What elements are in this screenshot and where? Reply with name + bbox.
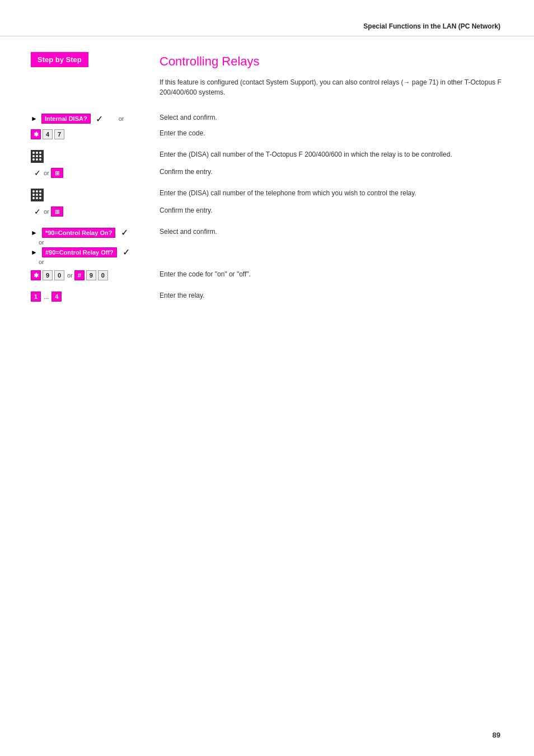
intro-text: If this feature is configured (contact S… [160,77,503,97]
instr-text-9: Enter the relay. [160,290,204,300]
or-text-5: or [39,259,44,265]
instr-enter-code2: Enter the code for "on" or "off". [160,267,503,283]
instr-text-7: Select and confirm. [160,227,217,237]
step-row-keypad2 [31,186,148,204]
arrow-icon-1: ► [31,115,38,123]
relay-off-label: #90=Control Relay Off? [42,247,117,257]
confirm-btn-1: ⊞ [51,168,63,178]
instr-select-confirm2: Select and confirm. [160,225,503,267]
or-text-3: or [44,208,49,215]
main-layout: Step by Step Controlling Relays If this … [0,48,534,304]
instr-disa-callnum2: Enter the (DISA) call number of the tele… [160,186,503,204]
relay-on-label: *90=Control Relay On? [42,228,116,238]
spacer-3 [31,219,503,225]
step-row-keypad1 [31,148,148,165]
key-hash: # [74,270,85,280]
instr-select-confirm: Select and confirm. [160,111,503,126]
or-text-6: or [67,272,73,279]
instr-text-3: Enter the (DISA) call number of the T-Oc… [160,149,452,159]
internal-disa-label: Internal DISA? [41,114,91,124]
key-9b: 9 [86,270,96,280]
key-9a: 9 [43,270,53,280]
or-text-1: or [119,115,124,122]
spacer-2 [31,181,503,186]
check-icon-1: ✓ [96,114,103,124]
key-1: 1 [31,292,41,302]
step-row-code-keys: ✱ 9 0 or # 9 0 [31,267,148,283]
page-number: 89 [493,731,500,739]
instr-text-2: Enter the code. [160,128,205,138]
section-title-cell: Controlling Relays If this feature is co… [160,48,503,111]
header-title: Special Functions in the LAN (PC Network… [363,22,500,30]
instr-enter-relay: Enter the relay. [160,289,503,304]
step-by-step-label: Step by Step [31,52,88,67]
step-box-cell: Step by Step [31,48,148,111]
instr-text-8: Enter the code for "on" or "off". [160,269,251,279]
arrow-icon-2: ► [31,229,38,237]
key-0b: 0 [98,270,108,280]
spacer-4 [31,283,503,289]
key-star: ✱ [31,129,41,139]
section-title: Controlling Relays [160,52,503,71]
instr-confirm-entry1: Confirm the entry. [160,165,503,181]
step-row-internal-disa: ► Internal DISA? ✓ or [31,111,148,126]
page-header: Special Functions in the LAN (PC Network… [0,0,534,36]
check-icon-5: ✓ [123,247,130,257]
or-text-4: or [39,239,44,246]
step-row-relay-range: 1 ... 4 [31,289,148,304]
step-row-confirm2: ✓ or ⊞ [31,204,148,219]
instr-text-1: Select and confirm. [160,112,217,123]
confirm-btn-2: ⊞ [51,206,63,217]
key-star2: ✱ [31,270,41,280]
instr-text-4: Confirm the entry. [160,167,212,177]
arrow-icon-3: ► [31,248,38,256]
range-dots: ... [43,293,50,300]
check-icon-2: ✓ [34,168,41,177]
instr-confirm-entry2: Confirm the entry. [160,204,503,219]
keypad-icon-2 [31,189,44,201]
key-0a: 0 [54,270,64,280]
step-row-star47: ✱ 4 7 [31,126,148,142]
or-text-2: or [44,170,49,176]
keypad-icon-1 [31,150,44,163]
key-4: 4 [51,292,62,302]
instr-disa-callnum1: Enter the (DISA) call number of the T-Oc… [160,148,503,165]
check-icon-4: ✓ [121,227,128,238]
key-4: 4 [43,129,53,139]
spacer-1 [31,142,503,148]
key-7: 7 [54,129,64,139]
instr-text-5: Enter the (DISA) call number of the tele… [160,188,416,198]
step-row-relay-on: ► *90=Control Relay On? ✓ or ► #90=Contr… [31,225,148,267]
instr-text-6: Confirm the entry. [160,205,212,215]
step-row-confirm1: ✓ or ⊞ [31,165,148,181]
check-icon-3: ✓ [34,207,41,216]
instr-enter-code: Enter the code. [160,126,503,142]
